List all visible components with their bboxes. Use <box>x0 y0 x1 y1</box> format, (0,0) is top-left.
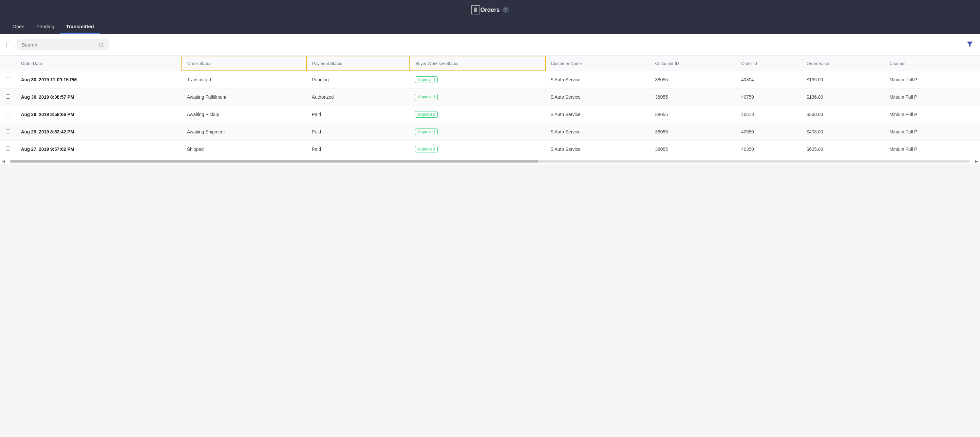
filter-button[interactable] <box>966 41 974 49</box>
scroll-right-arrow[interactable]: ▶ <box>973 159 980 164</box>
row-order-status: Shipped <box>182 140 307 158</box>
row-payment-status: Paid <box>307 123 410 140</box>
search-icon <box>99 42 104 48</box>
scroll-left-arrow[interactable]: ◀ <box>0 159 7 164</box>
row-checkbox-cell <box>0 89 16 106</box>
row-order-id: 40759 <box>736 89 801 106</box>
table-row: Aug 29, 2019 8:58:06 PM Awaiting Pickup … <box>0 106 980 123</box>
row-checkbox-cell <box>0 106 16 123</box>
col-order-date: Order Date <box>16 56 182 71</box>
orders-table: Order Date Order Status Payment Status B… <box>0 56 980 158</box>
row-channel: Minium Full P <box>885 123 980 140</box>
row-customer-name: S Auto Service <box>546 140 650 158</box>
table-row: Aug 30, 2019 8:38:57 PM Awaiting Fulfill… <box>0 89 980 106</box>
row-buyer-workflow-status: Approved <box>410 106 546 123</box>
row-customer-id: 38055 <box>650 106 736 123</box>
col-order-status: Order Status <box>182 56 307 71</box>
search-container <box>17 39 109 50</box>
col-customer-id: Customer ID <box>650 56 736 71</box>
scrollbar-track[interactable] <box>10 160 970 163</box>
row-buyer-workflow-status: Approved <box>410 123 546 140</box>
row-order-value: $136.00 <box>801 71 884 89</box>
row-order-value: $408.00 <box>801 123 884 140</box>
tab-open[interactable]: Open <box>6 20 30 34</box>
row-customer-name: S Auto Service <box>546 123 650 140</box>
row-checkbox[interactable] <box>6 129 10 134</box>
col-channel: Channel <box>885 56 980 71</box>
tab-pending[interactable]: Pending <box>30 20 60 34</box>
row-order-status: Awaiting Fulfillment <box>182 89 307 106</box>
row-channel: Minium Full P <box>885 106 980 123</box>
row-checkbox[interactable] <box>6 77 10 81</box>
approved-badge: Approved <box>415 129 438 135</box>
row-channel: Minium Full P <box>885 71 980 89</box>
row-order-id: 40350 <box>736 140 801 158</box>
toolbar <box>0 34 980 56</box>
row-payment-status: Authorized <box>307 89 410 106</box>
row-buyer-workflow-status: Approved <box>410 89 546 106</box>
row-checkbox-cell <box>0 140 16 158</box>
row-checkbox-cell <box>0 71 16 89</box>
col-order-value: Order Value <box>801 56 884 71</box>
row-channel: Minium Full P <box>885 89 980 106</box>
row-order-date: Aug 27, 2019 9:57:02 PM <box>16 140 182 158</box>
row-order-status: Awaiting Shipment <box>182 123 307 140</box>
row-order-id: 40580 <box>736 123 801 140</box>
sidebar-toggle-button[interactable] <box>471 5 480 14</box>
svg-marker-2 <box>967 41 973 47</box>
filter-icon <box>966 41 974 48</box>
row-order-date: Aug 30, 2019 11:09:15 PM <box>16 71 182 89</box>
row-customer-name: S Auto Service <box>546 106 650 123</box>
row-checkbox[interactable] <box>6 112 10 116</box>
page-title: Orders <box>480 6 500 13</box>
row-customer-id: 38055 <box>650 89 736 106</box>
approved-badge: Approved <box>415 77 438 83</box>
col-checkbox <box>0 56 16 71</box>
col-buyer-workflow-status: Buyer Workflow Status <box>410 56 546 71</box>
row-buyer-workflow-status: Approved <box>410 140 546 158</box>
row-payment-status: Paid <box>307 140 410 158</box>
row-checkbox[interactable] <box>6 147 10 151</box>
horizontal-scrollbar[interactable]: ◀ ▶ <box>0 158 980 164</box>
row-payment-status: Pending <box>307 71 410 89</box>
row-payment-status: Paid <box>307 106 410 123</box>
approved-badge: Approved <box>415 111 438 118</box>
row-channel: Minium Full P <box>885 140 980 158</box>
navbar: Orders ? <box>0 0 980 20</box>
row-order-value: $136.00 <box>801 89 884 106</box>
row-customer-id: 38055 <box>650 123 736 140</box>
table-header-row: Order Date Order Status Payment Status B… <box>0 56 980 71</box>
row-buyer-workflow-status: Approved <box>410 71 546 89</box>
select-all-checkbox[interactable] <box>6 41 13 48</box>
table-row: Aug 30, 2019 11:09:15 PM Transmitted Pen… <box>0 71 980 89</box>
svg-line-1 <box>102 46 103 47</box>
approved-badge: Approved <box>415 146 438 152</box>
row-customer-id: 38055 <box>650 71 736 89</box>
row-order-date: Aug 30, 2019 8:38:57 PM <box>16 89 182 106</box>
row-order-status: Awaiting Pickup <box>182 106 307 123</box>
search-input[interactable] <box>22 42 96 48</box>
table-row: Aug 27, 2019 9:57:02 PM Shipped Paid App… <box>0 140 980 158</box>
approved-badge: Approved <box>415 94 438 100</box>
row-order-id: 40804 <box>736 71 801 89</box>
row-order-date: Aug 29, 2019 8:58:06 PM <box>16 106 182 123</box>
tab-bar: Open Pending Transmitted <box>0 20 980 34</box>
scrollbar-thumb[interactable] <box>10 160 538 163</box>
row-order-date: Aug 29, 2019 8:53:42 PM <box>16 123 182 140</box>
row-order-value: $625.00 <box>801 140 884 158</box>
row-customer-name: S Auto Service <box>546 71 650 89</box>
col-customer-name: Customer Name <box>546 56 650 71</box>
row-order-id: 40613 <box>736 106 801 123</box>
orders-table-container: Order Date Order Status Payment Status B… <box>0 56 980 164</box>
help-button[interactable]: ? <box>503 6 509 13</box>
navbar-title: Orders ? <box>480 6 509 13</box>
sidebar-toggle-icon <box>474 8 477 12</box>
row-order-value: $360.00 <box>801 106 884 123</box>
row-customer-name: S Auto Service <box>546 89 650 106</box>
row-order-status: Transmitted <box>182 71 307 89</box>
row-checkbox[interactable] <box>6 94 10 99</box>
tab-transmitted[interactable]: Transmitted <box>60 20 100 34</box>
table-row: Aug 29, 2019 8:53:42 PM Awaiting Shipmen… <box>0 123 980 140</box>
row-customer-id: 38055 <box>650 140 736 158</box>
col-payment-status: Payment Status <box>307 56 410 71</box>
